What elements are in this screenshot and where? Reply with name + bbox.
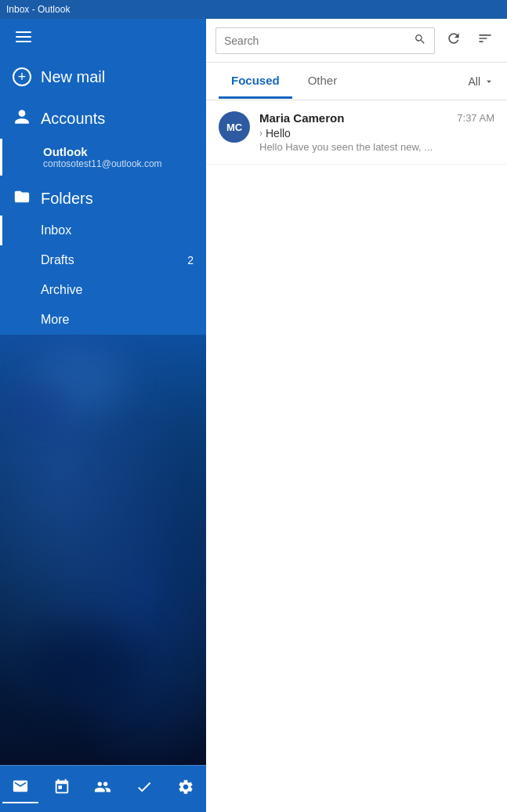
folder-drafts-badge: 2 <box>187 254 194 266</box>
new-mail-button[interactable]: + New mail <box>0 55 206 99</box>
calendar-nav-icon <box>53 778 71 799</box>
email-list: MC Maria Cameron 7:37 AM › Hello Hello H… <box>206 100 507 812</box>
chevron-down-icon <box>483 76 494 87</box>
email-item[interactable]: MC Maria Cameron 7:37 AM › Hello Hello H… <box>206 100 507 165</box>
mail-nav-icon <box>12 778 29 799</box>
search-bar[interactable] <box>215 27 435 54</box>
settings-nav-icon <box>177 778 194 799</box>
nav-tasks-button[interactable] <box>126 775 162 803</box>
nav-mail-button[interactable] <box>2 774 38 803</box>
all-filter-button[interactable]: All <box>468 75 494 88</box>
reply-arrow-icon: › <box>259 128 263 139</box>
email-body: Maria Cameron 7:37 AM › Hello Hello Have… <box>259 111 494 153</box>
folder-icon <box>13 188 31 209</box>
bottom-nav <box>0 765 206 812</box>
filter-button[interactable] <box>473 27 498 53</box>
sidebar-top <box>0 19 206 55</box>
title-bar-text: Inbox - Outlook <box>6 4 70 15</box>
person-icon <box>13 108 31 129</box>
tab-other[interactable]: Other <box>295 64 350 99</box>
toolbar <box>206 19 507 63</box>
email-subject-row: › Hello <box>259 127 494 140</box>
folder-item-archive[interactable]: Archive <box>0 275 206 305</box>
folder-item-inbox-label: Inbox <box>41 223 71 237</box>
new-mail-label: New mail <box>41 68 105 86</box>
tab-focused[interactable]: Focused <box>219 64 292 99</box>
search-button[interactable] <box>414 33 426 49</box>
tab-other-label: Other <box>308 74 338 87</box>
nav-contacts-button[interactable] <box>85 775 121 803</box>
folders-label: Folders <box>41 190 93 208</box>
email-top-row: Maria Cameron 7:37 AM <box>259 111 494 125</box>
tasks-nav-icon <box>136 778 153 799</box>
email-time: 7:37 AM <box>457 112 494 124</box>
refresh-button[interactable] <box>441 27 466 53</box>
nav-settings-button[interactable] <box>168 775 204 803</box>
sidebar: + New mail Accounts Outlook contosotest1… <box>0 19 206 812</box>
email-preview: Hello Have you seen the latest new, ... <box>259 141 494 153</box>
folder-item-more-label: More <box>41 313 69 327</box>
decorative-blob-2 <box>8 382 71 429</box>
all-filter-label: All <box>468 75 480 88</box>
folder-item-drafts-label: Drafts <box>41 253 74 267</box>
nav-calendar-button[interactable] <box>44 775 80 803</box>
accounts-label: Accounts <box>41 110 105 128</box>
folder-item-inbox[interactable]: Inbox <box>0 216 206 245</box>
account-item-outlook[interactable]: Outlook contosotest11@outlook.com <box>0 139 206 176</box>
sender-name: Maria Cameron <box>259 111 344 125</box>
folders-section[interactable]: Folders <box>0 176 206 216</box>
email-subject: Hello <box>266 127 291 140</box>
search-input[interactable] <box>224 34 414 47</box>
account-name: Outlook <box>43 145 194 158</box>
tabs-bar: Focused Other All <box>206 63 507 100</box>
sidebar-background <box>0 335 206 765</box>
avatar-initials: MC <box>226 121 242 133</box>
tab-focused-label: Focused <box>231 74 280 87</box>
hamburger-button[interactable] <box>13 28 34 45</box>
title-bar: Inbox - Outlook <box>0 0 507 19</box>
contacts-nav-icon <box>94 778 111 799</box>
app-container: + New mail Accounts Outlook contosotest1… <box>0 19 507 812</box>
accounts-section[interactable]: Accounts <box>0 99 206 139</box>
decorative-blob-3 <box>24 624 141 702</box>
folder-item-more[interactable]: More <box>0 305 206 335</box>
folder-item-drafts[interactable]: Drafts 2 <box>0 245 206 275</box>
account-email: contosotest11@outlook.com <box>43 158 194 169</box>
folder-item-archive-label: Archive <box>41 283 82 297</box>
main-content: Focused Other All MC Maria Ca <box>206 19 507 812</box>
new-mail-plus-icon: + <box>13 67 31 86</box>
avatar: MC <box>219 111 250 143</box>
